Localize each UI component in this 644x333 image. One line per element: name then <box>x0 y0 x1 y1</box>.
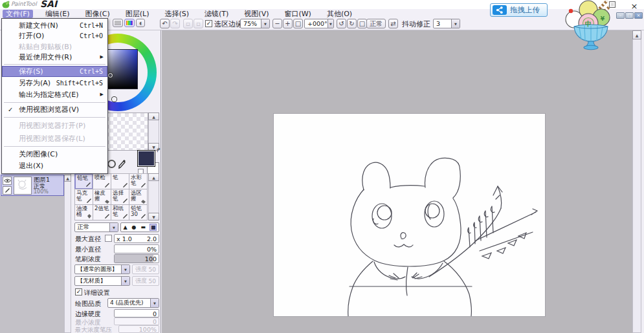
tool-watercolor[interactable]: 水彩笔 <box>129 173 148 189</box>
swap-colors-arrow-icon[interactable]: ↱ <box>156 147 161 153</box>
menu-item-export-format[interactable]: 输出为指定格式(E)▶ <box>2 89 107 100</box>
sv-marker[interactable] <box>108 73 113 78</box>
brush-texture-select[interactable]: 【无材质】 ▼ <box>74 276 130 286</box>
tool-pencil[interactable]: 铅笔 <box>74 173 93 189</box>
menu-image[interactable]: 图像(C) <box>82 10 113 18</box>
saturation-value-picker[interactable] <box>103 49 138 89</box>
layer-visibility-toggle[interactable] <box>3 177 12 185</box>
flip-canvas-button[interactable]: ⇄ <box>388 19 398 28</box>
brush-edge-round-icon[interactable]: ● <box>132 224 137 230</box>
brush-edge-flat-icon[interactable]: ▬ <box>140 224 146 230</box>
zoom-out-button[interactable]: − <box>272 19 282 28</box>
brush-texture-arrow-icon[interactable]: ▼ <box>121 277 129 285</box>
min-diameter-slider[interactable]: 0% <box>114 244 159 253</box>
menu-filter[interactable]: 滤镜(T) <box>201 10 232 18</box>
zoom-select[interactable]: 75% ▼ <box>240 19 270 28</box>
max-diameter-unit: x 1.0 <box>117 235 132 242</box>
zoom-dropdown-arrow-icon[interactable]: ▼ <box>261 19 269 28</box>
diameter-unit-button[interactable] <box>105 235 112 242</box>
menu-item-close-image[interactable]: 关闭图像(C) <box>2 148 107 160</box>
menu-item-exit[interactable]: 退出(X) <box>2 160 107 172</box>
layer-row[interactable]: 图层1 正常 100% <box>1 175 64 196</box>
brush-shape-arrow-icon[interactable]: ▼ <box>121 265 129 274</box>
tool-pencil30[interactable]: 铅笔30 <box>129 204 148 220</box>
eyedropper-icon[interactable] <box>118 159 126 169</box>
doc-close-button[interactable]: × <box>634 12 643 19</box>
edge-hardness-slider[interactable]: 0 <box>114 309 159 317</box>
menu-item-recent-files[interactable]: 最近使用文件(R)▶ <box>2 52 107 62</box>
color-sliders-tab[interactable] <box>113 19 123 27</box>
max-diameter-slider[interactable]: x 1.0 2.0 <box>114 234 159 243</box>
brush-blend-select[interactable]: 正常 ▼ <box>74 222 118 232</box>
blend-mode-label: 正常 <box>370 19 383 28</box>
invert-selection-button[interactable]: ▫ <box>194 19 203 28</box>
max-density-pressure-label: 最大浓度笔压 <box>75 326 112 333</box>
canvas-vertical-scrollbar[interactable] <box>632 30 641 333</box>
jitter-select[interactable]: 3 ▼ <box>433 19 460 28</box>
tool-scroll-down-button[interactable]: ▼ <box>148 213 159 220</box>
tool-airbrush[interactable]: 喷枪 <box>93 173 111 189</box>
detail-settings-checkbox[interactable]: ✓ <box>75 288 82 295</box>
menu-others[interactable]: 其他(O) <box>324 10 355 18</box>
deselect-button[interactable]: ▫ <box>183 19 193 28</box>
color-mixer-tab[interactable]: ◖ <box>136 19 145 27</box>
tool-binary-pen[interactable]: 2值笔 <box>93 204 111 220</box>
canvas-workspace[interactable] <box>162 30 644 333</box>
brush-shape-select[interactable]: 【通常的圆形】 ▼ <box>74 264 130 274</box>
app-close-button[interactable]: × <box>627 1 641 11</box>
angle-select[interactable]: +000° ▼ <box>304 19 334 28</box>
blend-mode-button[interactable]: 正常 <box>366 19 386 28</box>
brush-edge-spike-icon[interactable]: ▲ <box>123 224 127 230</box>
layer-thumbnail[interactable] <box>14 177 32 195</box>
brush-edge-square-icon[interactable]: ■ <box>150 224 157 230</box>
brush-shape-selector[interactable]: ▲ ● ▬ ■ <box>120 222 159 232</box>
tool-eraser[interactable]: 橡皮擦 <box>93 189 111 205</box>
rotate-ccw-button[interactable]: ↺ <box>337 19 346 28</box>
menu-item-save[interactable]: 保存(S)Ctrl+S <box>2 66 107 77</box>
menu-item-open[interactable]: 打开(O)Ctrl+O <box>2 30 107 41</box>
scratchpad-scroll-up-button[interactable]: ▲ <box>148 113 159 120</box>
menu-item-save-as[interactable]: 另存为(A)Shift+Ctrl+S <box>2 77 107 89</box>
brush-blend-arrow-icon[interactable]: ▼ <box>109 223 118 231</box>
menu-file[interactable]: 文件(F) <box>3 10 33 18</box>
sticker-corner-icon[interactable] <box>609 1 616 8</box>
tool-select-pen[interactable]: 选择笔 <box>111 189 129 205</box>
layer-scroll-up-button[interactable]: ▲ <box>64 175 71 182</box>
hue-ring-toggle[interactable] <box>107 160 116 168</box>
density-slider[interactable]: 100 <box>114 254 159 263</box>
hue-marker[interactable] <box>112 97 117 102</box>
selection-edge-checkbox[interactable]: ✓ <box>205 20 212 27</box>
tool-select-eraser[interactable]: 选区擦 <box>129 189 148 205</box>
menu-item-use-view-browser[interactable]: ✓使用视图浏览器(V) <box>2 104 107 116</box>
quality-select[interactable]: 4 (品质优先) ▼ <box>107 298 159 308</box>
tool-washi-pen[interactable]: 和纸笔 <box>111 204 129 220</box>
menu-window[interactable]: 窗口(W) <box>281 10 314 18</box>
menu-select[interactable]: 选择(S) <box>161 10 192 18</box>
menu-view[interactable]: 视图(V) <box>241 10 272 18</box>
zoom-in-button[interactable]: + <box>283 19 293 28</box>
menu-layer[interactable]: 图层(L) <box>122 10 153 18</box>
layer-edit-indicator[interactable] <box>3 186 12 195</box>
canvas-scroll-up-button[interactable]: ▲ <box>632 30 641 39</box>
tool-bucket[interactable]: 油漆桶 <box>74 204 93 220</box>
doc-minimize-button[interactable]: – <box>616 12 625 19</box>
menu-item-new-file[interactable]: 新建文件(N)Ctrl+N <box>2 20 107 30</box>
layer-scrollbar[interactable] <box>64 175 71 333</box>
tool-pen[interactable]: 笔 <box>111 173 129 189</box>
menu-edit[interactable]: 编辑(E) <box>42 10 73 18</box>
angle-dropdown-arrow-icon[interactable]: ▼ <box>328 19 333 28</box>
doc-restore-button[interactable]: □ <box>625 12 634 19</box>
drag-upload-button[interactable]: 拖拽上传 <box>490 3 548 17</box>
jitter-dropdown-arrow-icon[interactable]: ▼ <box>451 19 460 28</box>
drawing-canvas[interactable] <box>273 113 546 317</box>
foreground-color-swatch[interactable] <box>137 150 155 167</box>
undo-button[interactable]: ↶ <box>160 19 170 28</box>
redo-button[interactable]: ↷ <box>170 19 180 28</box>
zoom-reset-button[interactable]: □ <box>293 19 303 28</box>
color-wheel-tab[interactable] <box>124 19 135 27</box>
tool-scroll-up-button[interactable]: ▲ <box>148 173 159 181</box>
rotate-cw-button[interactable]: ↻ <box>347 19 357 28</box>
quality-arrow-icon[interactable]: ▼ <box>150 299 159 307</box>
rotate-reset-button[interactable]: □ <box>357 19 367 28</box>
tool-marker[interactable]: 马克笔 <box>74 189 93 205</box>
